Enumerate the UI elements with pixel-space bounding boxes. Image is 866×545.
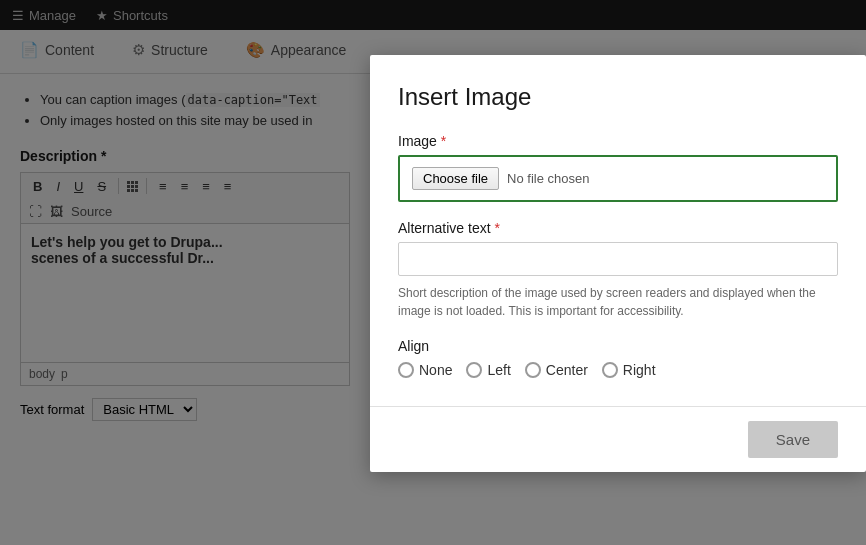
modal-footer: Save (370, 406, 866, 472)
file-input-wrapper: Choose file No file chosen (398, 155, 838, 202)
image-required-marker: * (441, 133, 446, 149)
align-center-radio[interactable] (525, 362, 541, 378)
alt-text-label: Alternative text * (398, 220, 838, 236)
align-none-label: None (419, 362, 452, 378)
choose-file-button[interactable]: Choose file (412, 167, 499, 190)
alt-text-input[interactable] (398, 242, 838, 276)
align-options: None Left Center Right (398, 362, 838, 378)
align-left-option[interactable]: Left (466, 362, 510, 378)
align-left-label: Left (487, 362, 510, 378)
align-none-option[interactable]: None (398, 362, 452, 378)
align-right-radio[interactable] (602, 362, 618, 378)
align-left-radio[interactable] (466, 362, 482, 378)
align-right-label: Right (623, 362, 656, 378)
align-label: Align (398, 338, 838, 354)
alt-text-hint: Short description of the image used by s… (398, 284, 838, 320)
insert-image-modal: Insert Image Image * Choose file No file… (370, 55, 866, 472)
image-field-label: Image * (398, 133, 838, 149)
align-center-label: Center (546, 362, 588, 378)
modal-title: Insert Image (398, 83, 838, 111)
file-status-text: No file chosen (507, 171, 589, 186)
align-center-option[interactable]: Center (525, 362, 588, 378)
align-right-option[interactable]: Right (602, 362, 656, 378)
align-none-radio[interactable] (398, 362, 414, 378)
save-button[interactable]: Save (748, 421, 838, 458)
alt-text-required-marker: * (495, 220, 500, 236)
